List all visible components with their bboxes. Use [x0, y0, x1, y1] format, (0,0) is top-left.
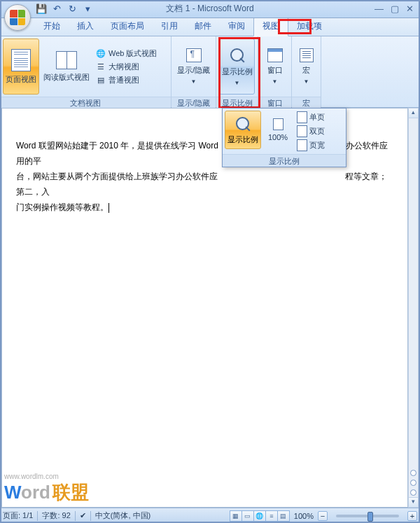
redo-icon[interactable]: ↻	[66, 3, 78, 15]
status-proofing[interactable]: ✔	[80, 511, 86, 520]
prev-page-button[interactable]	[410, 470, 416, 476]
tab-mailings[interactable]: 邮件	[186, 18, 220, 36]
status-zoom-value[interactable]: 100%	[294, 512, 314, 520]
document-area[interactable]: Word 联盟网站始建于 2010 年，是提供在线学习 Word 办公软件应用的…	[1, 108, 408, 508]
office-button[interactable]	[4, 4, 31, 31]
macros-label: 宏	[302, 65, 310, 76]
group-show-hide-label: 显示/隐藏	[172, 97, 216, 109]
group-doc-views-label: 文档视图	[0, 97, 171, 109]
quick-access-toolbar: 💾 ↶ ↻ ▾	[35, 3, 94, 15]
zoom-dialog-button[interactable]: 显示比例	[225, 111, 261, 149]
book-icon	[56, 51, 77, 69]
page-layout-view-label: 页面视图	[6, 74, 36, 85]
tab-home[interactable]: 开始	[35, 18, 69, 36]
outline-icon: ☰	[96, 62, 106, 71]
title-bar: 💾 ↶ ↻ ▾ 文档 1 - Microsoft Word — ▢ ✕	[0, 0, 420, 18]
two-pages-button[interactable]: 双页	[295, 125, 327, 138]
next-page-button[interactable]	[410, 489, 416, 496]
status-page[interactable]: 页面: 1/1	[3, 510, 33, 521]
status-language[interactable]: 中文(简体, 中国)	[95, 510, 150, 521]
reading-layout-button[interactable]: 阅读版式视图	[41, 39, 92, 95]
zoom-100-button[interactable]: 100%	[263, 111, 293, 149]
tab-references[interactable]: 引用	[153, 18, 186, 36]
zoom-button[interactable]: 显示比例 ▼	[219, 39, 255, 95]
text-cursor	[108, 203, 109, 213]
outline-view-button[interactable]: ☰大纲视图	[94, 61, 159, 73]
status-bar: 页面: 1/1 字数: 92 ✔ 中文(简体, 中国) ▦ ▭ 🌐 ≡ ▤ 10…	[0, 508, 420, 523]
magnifier-icon	[234, 116, 251, 132]
chevron-down-icon: ▼	[234, 80, 240, 86]
zoom-label: 显示比例	[222, 67, 253, 77]
scroll-down-button[interactable]: ▾	[409, 497, 418, 507]
minimize-button[interactable]: —	[372, 4, 386, 14]
office-logo-icon	[10, 10, 25, 25]
page-width-icon	[297, 139, 307, 151]
status-word-count[interactable]: 字数: 92	[42, 510, 70, 521]
chevron-down-icon: ▼	[304, 78, 309, 85]
zoom-out-button[interactable]: −	[318, 511, 328, 521]
zoom-slider[interactable]	[336, 515, 399, 517]
save-icon[interactable]: 💾	[35, 3, 48, 15]
show-hide-button[interactable]: 显示/隐藏 ▼	[176, 39, 212, 95]
show-hide-icon	[186, 48, 202, 62]
watermark: www.wordlm.com Word 联盟	[4, 473, 89, 505]
qat-dropdown-icon[interactable]: ▾	[81, 3, 94, 15]
web-icon: 🌐	[96, 48, 106, 58]
window-controls: — ▢ ✕	[372, 4, 420, 14]
draft-icon[interactable]: ▤	[277, 510, 290, 522]
reading-layout-label: 阅读版式视图	[43, 72, 90, 83]
window-icon	[267, 48, 283, 62]
tab-review[interactable]: 审阅	[220, 18, 253, 36]
print-layout-view-icon[interactable]: ▦	[230, 510, 242, 522]
maximize-button[interactable]: ▢	[388, 4, 401, 14]
group-macros: 宏 ▼ 宏	[292, 36, 321, 107]
page-layout-view-button[interactable]: 页面视图	[3, 39, 39, 95]
show-hide-label: 显示/隐藏	[177, 65, 210, 76]
chevron-down-icon: ▼	[272, 78, 278, 85]
draft-view-button[interactable]: ▤普通视图	[94, 74, 159, 86]
group-show-hide: 显示/隐藏 ▼ 显示/隐藏	[172, 36, 216, 107]
document-text: Word 联盟网站始建于 2010 年，是提供在线学习 Word 办公软件应用的…	[2, 109, 407, 215]
outline-icon[interactable]: ≡	[265, 510, 278, 522]
page-width-button[interactable]: 页宽	[295, 139, 327, 152]
page-icon	[273, 118, 284, 130]
zoom-in-button[interactable]: +	[407, 511, 417, 521]
group-window-label: 窗口	[258, 97, 291, 109]
web-layout-button[interactable]: 🌐Web 版式视图	[94, 48, 159, 60]
window-title: 文档 1 - Microsoft Word	[166, 3, 253, 15]
one-page-button[interactable]: 单页	[295, 111, 327, 124]
macros-button[interactable]: 宏 ▼	[295, 39, 318, 95]
magnifier-icon	[229, 47, 246, 64]
vertical-scrollbar[interactable]: ▴ ▾	[408, 108, 419, 508]
tab-view[interactable]: 视图	[253, 17, 288, 36]
watermark-url: www.wordlm.com	[4, 473, 89, 480]
zoom-options-list: 单页 双页 页宽	[295, 111, 327, 152]
view-small-list: 🌐Web 版式视图 ☰大纲视图 ▤普通视图	[94, 48, 159, 86]
chevron-down-icon: ▼	[191, 78, 197, 85]
one-page-icon	[297, 111, 307, 123]
undo-icon[interactable]: ↶	[50, 3, 63, 15]
ribbon: 页面视图 阅读版式视图 🌐Web 版式视图 ☰大纲视图 ▤普通视图 文档视图 显…	[0, 36, 420, 108]
draft-icon: ▤	[96, 75, 106, 85]
group-document-views: 页面视图 阅读版式视图 🌐Web 版式视图 ☰大纲视图 ▤普通视图 文档视图	[0, 36, 172, 107]
macro-icon	[300, 48, 314, 62]
two-pages-icon	[297, 125, 307, 137]
tab-insert[interactable]: 插入	[69, 18, 102, 36]
group-window: 窗口 ▼ 窗口	[258, 36, 292, 107]
tab-addins[interactable]: 加载项	[288, 18, 330, 36]
group-zoom: 显示比例 ▼ 显示比例	[216, 36, 258, 107]
full-screen-reading-icon[interactable]: ▭	[241, 510, 254, 522]
tab-page-layout[interactable]: 页面布局	[102, 18, 153, 36]
page-icon	[11, 49, 31, 71]
zoom-dropdown-panel: 显示比例 100% 单页 双页 页宽 显示比例	[222, 108, 346, 167]
web-layout-icon[interactable]: 🌐	[253, 510, 266, 522]
scroll-up-button[interactable]: ▴	[409, 109, 418, 118]
close-button[interactable]: ✕	[404, 4, 416, 14]
window-button[interactable]: 窗口 ▼	[261, 39, 288, 95]
browse-object-button[interactable]	[410, 480, 416, 486]
window-label: 窗口	[267, 65, 283, 76]
ribbon-tabs: 开始 插入 页面布局 引用 邮件 审阅 视图 加载项	[0, 18, 420, 36]
zoom-dropdown-footer: 显示比例	[223, 154, 346, 167]
view-shortcut-buttons: ▦ ▭ 🌐 ≡ ▤	[230, 510, 290, 522]
group-zoom-label: 显示比例	[216, 97, 258, 109]
